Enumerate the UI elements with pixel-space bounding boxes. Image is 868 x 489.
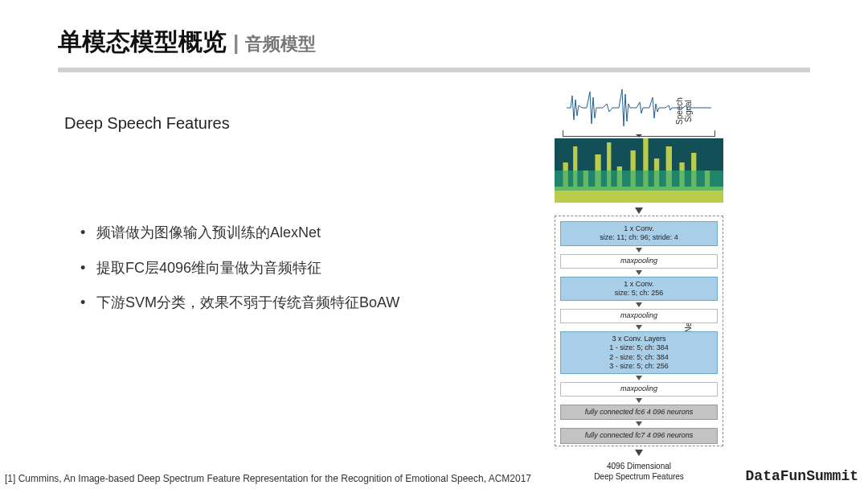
layer-maxpool2: maxpooling	[560, 309, 718, 323]
arrow-down-icon	[560, 246, 718, 254]
arrow-down-icon	[560, 420, 718, 428]
layer-title: fully connected fc6 4 096 neurons	[585, 408, 694, 416]
title-main: 单模态模型概览	[58, 26, 227, 59]
arrow-down-icon	[560, 323, 718, 331]
layer-maxpool1: maxpooling	[560, 254, 718, 269]
layer-conv1: 1 x Conv. size: 11; ch: 96; stride: 4	[560, 221, 718, 246]
title-row: 单模态模型概览 | 音频模型	[58, 26, 810, 59]
bullet-list: 频谱做为图像输入预训练的AlexNet 提取FC层4096维向量做为音频特征 下…	[80, 217, 434, 323]
layer-detail: 1 - size: 5; ch: 384	[564, 343, 714, 352]
bullet-item: 提取FC层4096维向量做为音频特征	[80, 253, 434, 285]
arrow-down-icon	[560, 269, 718, 277]
alexnet-box: 1 x Conv. size: 11; ch: 96; stride: 4 ma…	[555, 216, 723, 446]
layer-title: fully connected fc7 4 096 neurons	[585, 431, 694, 439]
svg-rect-15	[555, 171, 723, 191]
layer-fc7: fully connected fc7 4 096 neurons	[560, 428, 718, 443]
bullet-item: 频谱做为图像输入预训练的AlexNet	[80, 217, 434, 249]
architecture-diagram: 1 x Conv. size: 11; ch: 96; stride: 4 ma…	[555, 85, 723, 482]
layer-title: maxpooling	[620, 311, 657, 320]
title-underline	[58, 68, 810, 72]
arrow-down-icon	[555, 204, 723, 216]
layer-detail: size: 5; ch: 256	[564, 289, 714, 298]
brand-logo: DataFunSummit	[746, 468, 858, 484]
title-sub: 音频模型	[245, 32, 316, 56]
arrow-down-icon	[555, 446, 723, 458]
layer-detail: 3 - size: 5; ch: 256	[564, 362, 714, 371]
citation-text: [1] Cummins, An Image-based Deep Spectru…	[5, 473, 531, 484]
layer-conv3: 3 x Conv. Layers 1 - size: 5; ch: 384 2 …	[560, 331, 718, 374]
layer-maxpool3: maxpooling	[560, 382, 718, 397]
layer-title: 1 x Conv.	[564, 280, 714, 289]
layer-detail: 2 - size: 5; ch: 384	[564, 353, 714, 362]
layer-title: maxpooling	[620, 384, 657, 393]
output-line2: Deep Spectrum Features	[555, 471, 723, 482]
arrow-down-icon	[560, 301, 718, 309]
layer-detail: size: 11; ch: 96; stride: 4	[564, 233, 714, 242]
layer-title: 1 x Conv.	[564, 224, 714, 233]
waveform-icon	[555, 85, 723, 130]
section-subtitle: Deep Speech Features	[64, 114, 230, 133]
title-separator: |	[233, 31, 239, 55]
output-line1: 4096 Dimensional	[555, 461, 723, 471]
arrow-down-icon	[560, 397, 718, 405]
layer-title: maxpooling	[620, 257, 657, 265]
spectrogram-image	[555, 138, 723, 203]
output-label: 4096 Dimensional Deep Spectrum Features	[555, 461, 723, 482]
arrow-down-icon	[560, 374, 718, 382]
slide: 单模态模型概览 | 音频模型 Deep Speech Features 频谱做为…	[0, 0, 868, 489]
layer-conv2: 1 x Conv. size: 5; ch: 256	[560, 277, 718, 302]
bullet-item: 下游SVM分类，效果不弱于传统音频特征BoAW	[80, 287, 434, 319]
layer-title: 3 x Conv. Layers	[564, 335, 714, 343]
layer-fc6: fully connected fc6 4 096 neurons	[560, 405, 718, 420]
bracket-icon	[563, 130, 715, 137]
